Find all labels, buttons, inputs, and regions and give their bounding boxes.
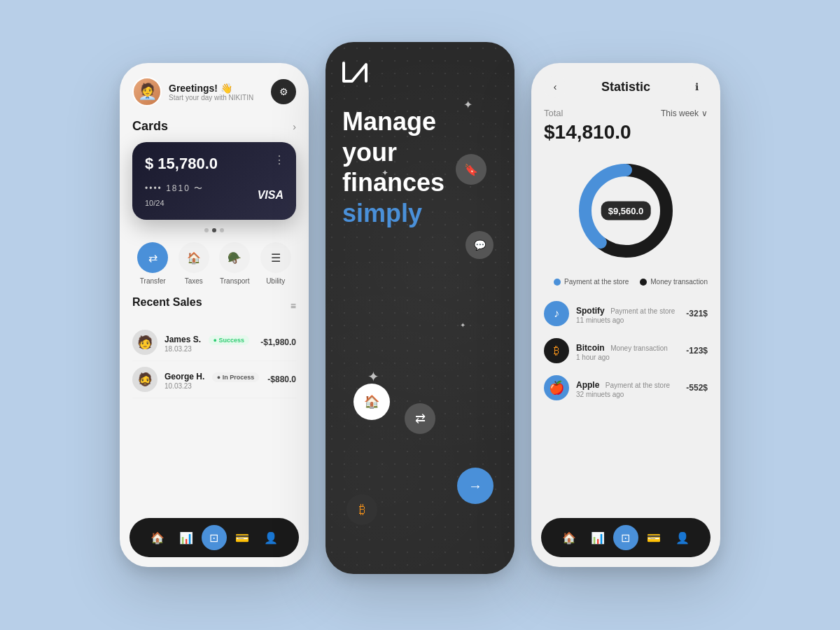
total-row: Total This week ∨ bbox=[544, 108, 708, 118]
rnav-home[interactable]: 🏠 bbox=[556, 525, 582, 550]
tx-date-james: 18.03.23 bbox=[164, 345, 253, 353]
legend-store: Payment at the store bbox=[554, 278, 629, 286]
avatar: 🧑‍💼 bbox=[132, 77, 162, 106]
card-dots-indicator bbox=[132, 228, 296, 232]
cards-section-header: Cards › bbox=[132, 119, 296, 134]
trans-cat-apple: Payment at the store bbox=[606, 382, 670, 389]
nav-profile[interactable]: 👤 bbox=[258, 525, 284, 550]
trans-time-bitcoin: 1 hour ago bbox=[576, 354, 679, 361]
apple-icon: 🍎 bbox=[544, 375, 569, 400]
avatar-area: 🧑‍💼 Greetings! 👋 Start your day with NIK… bbox=[132, 77, 253, 106]
transport-icon: 🪖 bbox=[219, 242, 250, 273]
legend-row: Payment at the store Money transaction bbox=[544, 278, 708, 286]
tx-avatar-james: 🧑 bbox=[132, 330, 158, 355]
trans-amount-bitcoin: -123$ bbox=[686, 346, 708, 356]
greeting-subtitle: Start your day with NIKITIN bbox=[169, 94, 253, 102]
nav-scan[interactable]: ⊡ bbox=[202, 525, 227, 550]
card-amount: $ 15,780.0 bbox=[145, 155, 284, 173]
trans-cat-spotify: Payment at the store bbox=[610, 307, 675, 315]
total-amount: $14,810.0 bbox=[544, 121, 708, 144]
tx-date-george: 10.03.23 bbox=[164, 382, 260, 390]
cards-title: Cards bbox=[132, 119, 168, 134]
trans-amount-spotify: -321$ bbox=[686, 309, 708, 318]
rnav-chart[interactable]: 📊 bbox=[585, 525, 610, 550]
card-menu-icon[interactable]: ⋮ bbox=[274, 153, 285, 167]
greeting-title: Greetings! 👋 bbox=[169, 83, 253, 94]
bottom-nav-right: 🏠 📊 ⊡ 💳 👤 bbox=[541, 518, 710, 557]
float-transfer-button[interactable]: ⇄ bbox=[405, 403, 435, 434]
trans-name-spotify: Spotify bbox=[576, 306, 605, 316]
nav-home[interactable]: 🏠 bbox=[145, 525, 170, 550]
transfer-label: Transfer bbox=[140, 277, 166, 285]
card-expiry: 10/24 bbox=[145, 199, 204, 207]
back-button[interactable]: ‹ bbox=[544, 76, 566, 98]
rnav-scan[interactable]: ⊡ bbox=[613, 525, 638, 550]
transaction-james: 🧑 James S. ● Success 18.03.23 -$1,980.0 bbox=[132, 324, 296, 361]
tx-info-george: George H. ● In Process 10.03.23 bbox=[164, 370, 260, 390]
taxes-label: Taxes bbox=[185, 277, 203, 285]
donut-chart: $9,560.0 bbox=[544, 155, 708, 267]
transport-label: Transport bbox=[220, 277, 249, 285]
trans-apple: 🍎 Apple Payment at the store 32 minuets … bbox=[544, 370, 708, 407]
legend-label-money: Money transaction bbox=[650, 278, 708, 286]
bottom-nav-left: 🏠 📊 ⊡ 💳 👤 bbox=[130, 518, 299, 557]
float-home-button[interactable]: 🏠 bbox=[354, 384, 390, 420]
tx-avatar-george: 🧔 bbox=[132, 367, 158, 392]
trans-info-spotify: Spotify Payment at the store 11 minuets … bbox=[576, 304, 679, 324]
phones-container: 🧑‍💼 Greetings! 👋 Start your day with NIK… bbox=[92, 28, 748, 602]
trans-name-apple: Apple bbox=[576, 380, 599, 390]
week-selector[interactable]: This week ∨ bbox=[661, 108, 708, 118]
info-button[interactable]: ℹ bbox=[685, 76, 708, 98]
legend-money: Money transaction bbox=[640, 278, 708, 286]
trans-cat-bitcoin: Money transaction bbox=[610, 344, 668, 352]
action-transfer[interactable]: ⇄ Transfer bbox=[137, 242, 168, 285]
tx-name-george: George H. bbox=[164, 372, 204, 382]
nav-chart[interactable]: 📊 bbox=[174, 525, 199, 550]
trans-info-bitcoin: Bitcoin Money transaction 1 hour ago bbox=[576, 341, 679, 361]
action-transport[interactable]: 🪖 Transport bbox=[219, 242, 250, 285]
dot-1[interactable] bbox=[204, 228, 209, 232]
center-hero: Manage your finances simply bbox=[326, 87, 514, 230]
total-label: Total bbox=[544, 108, 563, 118]
cards-arrow-icon[interactable]: › bbox=[293, 121, 296, 132]
rnav-profile[interactable]: 👤 bbox=[670, 525, 695, 550]
trans-amount-apple: -552$ bbox=[686, 383, 708, 393]
tx-badge-james: ● Success bbox=[209, 335, 249, 345]
trans-name-bitcoin: Bitcoin bbox=[576, 343, 605, 353]
float-arrow-button[interactable]: → bbox=[457, 468, 493, 504]
action-taxes[interactable]: 🏠 Taxes bbox=[178, 242, 209, 285]
taxes-icon: 🏠 bbox=[178, 242, 209, 273]
greeting-text: Greetings! 👋 Start your day with NIKITIN bbox=[169, 83, 253, 102]
legend-dot-store bbox=[554, 279, 561, 286]
stat-header: ‹ Statistic ℹ bbox=[544, 76, 708, 98]
tx-info-james: James S. ● Success 18.03.23 bbox=[164, 332, 253, 353]
legend-dot-money bbox=[640, 279, 647, 286]
phone-center: ✦ ✦ ✦ ✦ Manage your finances simply 🏠 🔖 … bbox=[326, 42, 514, 574]
rnav-card[interactable]: 💳 bbox=[641, 525, 666, 550]
trans-spotify: ♪ Spotify Payment at the store 11 minuet… bbox=[544, 295, 708, 332]
legend-label-store: Payment at the store bbox=[564, 278, 629, 286]
filter-icon[interactable]: ≡ bbox=[290, 300, 296, 312]
settings-button[interactable]: ⚙ bbox=[271, 79, 296, 104]
ubility-label: Ubility bbox=[266, 277, 285, 285]
sparkle-3: ✦ bbox=[368, 368, 379, 385]
tx-name-james: James S. bbox=[164, 335, 201, 344]
dot-2[interactable] bbox=[212, 228, 216, 232]
spotify-icon: ♪ bbox=[544, 301, 569, 326]
nav-card[interactable]: 💳 bbox=[230, 525, 255, 550]
tx-amount-george: -$880.0 bbox=[267, 374, 296, 384]
float-bookmark-button[interactable]: 🔖 bbox=[456, 154, 486, 185]
quick-actions: ⇄ Transfer 🏠 Taxes 🪖 Transport ☰ Ubility bbox=[132, 242, 296, 285]
float-chat-button[interactable]: 💬 bbox=[465, 231, 493, 259]
tx-amount-james: -$1,980.0 bbox=[260, 337, 296, 347]
hero-manage: Manage bbox=[342, 108, 498, 136]
float-bitcoin-button[interactable]: ₿ bbox=[346, 494, 377, 525]
action-ubility[interactable]: ☰ Ubility bbox=[260, 242, 291, 285]
card-brand: VISA bbox=[258, 189, 284, 202]
dot-3[interactable] bbox=[220, 228, 224, 232]
recent-sales-title: Recent Sales bbox=[132, 296, 202, 309]
sparkle-4: ✦ bbox=[460, 321, 465, 329]
hero-simply: simply bbox=[342, 200, 498, 227]
center-logo bbox=[326, 42, 514, 87]
card-widget: ⋮ $ 15,780.0 •••• 1810 〜 10/24 VISA bbox=[132, 142, 296, 220]
